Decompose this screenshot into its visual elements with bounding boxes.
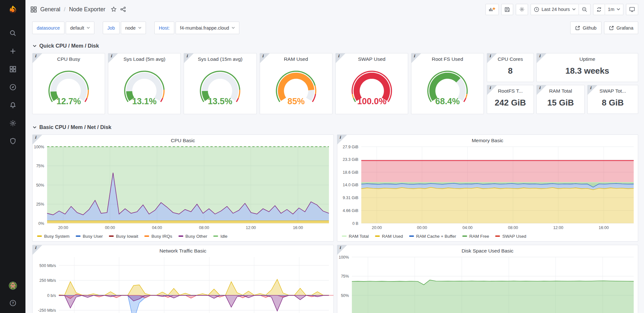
series-area xyxy=(59,295,329,311)
legend-item-swap-used[interactable]: SWAP Used xyxy=(495,234,526,239)
github-link-button[interactable]: Github xyxy=(570,22,601,34)
panel-title[interactable]: Disk Space Used Basic xyxy=(337,248,638,254)
section-quick-cpu-mem-disk[interactable]: Quick CPU / Mem / Disk xyxy=(33,43,638,49)
panel-info-icon[interactable]: i xyxy=(186,54,188,58)
chart-plot: 100%75%50%25%0%20:0000:0004:0008:0012:00… xyxy=(33,143,333,231)
legend-item-busy-system[interactable]: Busy System xyxy=(37,234,70,239)
panel-title[interactable]: CPU Busy xyxy=(33,56,105,62)
legend-item-idle[interactable]: Idle xyxy=(213,234,227,239)
panel-title[interactable]: Sys Load (5m avg) xyxy=(108,56,180,62)
collapse-chevron-icon xyxy=(33,126,36,129)
refresh-group: 1m xyxy=(593,4,623,15)
filter-job-label[interactable]: Job xyxy=(103,22,119,34)
legend-swatch xyxy=(109,235,114,237)
legend-item-ram-cache-buffer[interactable]: RAM Cache + Buffer xyxy=(409,234,456,239)
panel-info-icon[interactable]: i xyxy=(414,54,415,58)
legend-item-ram-free[interactable]: RAM Free xyxy=(462,234,489,239)
legend-item-busy-irqs[interactable]: Busy IRQs xyxy=(144,234,172,239)
refresh-button[interactable] xyxy=(593,4,605,15)
chart-row-top: iCPU Basic100%75%50%25%0%20:0000:0004:00… xyxy=(32,134,638,242)
panel-info-icon[interactable]: i xyxy=(590,86,591,90)
x-axis-label: 04:00 xyxy=(462,226,472,230)
panel-title[interactable]: Sys Load (15m avg) xyxy=(184,56,256,62)
panel-root-fs-used: iRoot FS Used68.4% xyxy=(411,53,484,114)
panel-info-icon[interactable]: i xyxy=(340,135,341,140)
filter-host-label[interactable]: Host: xyxy=(154,22,174,34)
legend-item-ram-used[interactable]: RAM Used xyxy=(375,234,403,239)
panel-title[interactable]: Root FS Used xyxy=(411,56,484,62)
grafana-logo-icon[interactable] xyxy=(7,5,19,17)
panel-title[interactable]: Memory Basic xyxy=(337,138,638,143)
filter-bar: datasource default Job node Host: f4-mum… xyxy=(32,22,638,34)
y-axis-label: 14.0 GiB xyxy=(342,183,358,187)
panel-corner xyxy=(33,245,42,255)
y-axis-label: 0% xyxy=(38,221,44,226)
configuration-gear-icon[interactable] xyxy=(9,119,17,127)
gauge-value: 13.1% xyxy=(132,97,157,106)
panel-info-icon[interactable]: i xyxy=(340,245,341,250)
panel-title[interactable]: RAM Used xyxy=(260,56,332,62)
y-axis-label: 100% xyxy=(339,255,349,260)
server-admin-shield-icon[interactable] xyxy=(9,137,17,145)
y-axis-label: 4.66 GiB xyxy=(342,208,358,213)
refresh-interval-dropdown[interactable]: 1m xyxy=(605,4,623,15)
panel-info-icon[interactable]: i xyxy=(489,86,491,90)
filter-job-value[interactable]: node xyxy=(121,22,146,34)
alerting-bell-icon[interactable] xyxy=(9,101,17,109)
gauge: 13.5% xyxy=(184,62,256,114)
cycle-view-mode-button[interactable] xyxy=(626,4,638,15)
explore-compass-icon[interactable] xyxy=(9,83,17,91)
create-plus-icon[interactable] xyxy=(9,47,17,55)
add-panel-button[interactable] xyxy=(485,4,499,15)
legend-item-ram-total[interactable]: RAM Total xyxy=(342,234,369,239)
dashboard-settings-button[interactable] xyxy=(516,4,528,15)
chart-legend: Busy SystemBusy UserBusy IowaitBusy IRQs… xyxy=(33,231,333,241)
zoom-out-button[interactable] xyxy=(579,4,591,15)
panel-title[interactable]: Uptime xyxy=(537,56,638,62)
panel-info-icon[interactable]: i xyxy=(35,135,36,140)
panel-swap-tot: iSWAP Tot...8 GiB xyxy=(587,85,638,114)
panel-title[interactable]: Network Traffic Basic xyxy=(33,248,333,254)
panel-info-icon[interactable]: i xyxy=(539,54,541,58)
dashboard-grid-icon[interactable] xyxy=(31,6,37,13)
panel-info-icon[interactable]: i xyxy=(35,245,36,250)
dashboards-icon[interactable] xyxy=(9,65,17,73)
star-icon[interactable] xyxy=(111,6,117,12)
stat-grid: iCPU Cores8iUptime18.3 weeksiRootFS T...… xyxy=(487,53,638,114)
y-axis-label: 100% xyxy=(34,145,44,149)
panel-title[interactable]: SWAP Used xyxy=(336,56,408,62)
filter-datasource-value[interactable]: default xyxy=(66,22,95,34)
y-axis-label: 50% xyxy=(341,293,349,298)
help-icon[interactable]: ? xyxy=(9,299,17,307)
svg-text:?: ? xyxy=(12,301,14,305)
search-icon[interactable] xyxy=(9,29,17,37)
legend-item-busy-user[interactable]: Busy User xyxy=(76,234,103,239)
breadcrumb-page[interactable]: Node Exporter xyxy=(69,6,105,13)
user-avatar[interactable] xyxy=(9,281,17,290)
time-range-button[interactable]: Last 24 hours xyxy=(531,4,579,15)
y-axis-label: 0 b/s xyxy=(47,293,56,298)
legend-label: Busy IRQs xyxy=(151,234,172,239)
filter-datasource-label[interactable]: datasource xyxy=(32,22,64,34)
breadcrumb-section[interactable]: General xyxy=(40,6,60,13)
filter-host-value[interactable]: f4-mumbai.frappe.cloud xyxy=(176,22,239,34)
share-icon[interactable] xyxy=(120,6,126,12)
sidebar-nav xyxy=(9,29,17,145)
panel-info-icon[interactable]: i xyxy=(35,54,36,58)
panel-corner xyxy=(260,53,270,63)
stat-value: 8 GiB xyxy=(588,94,638,114)
panel-info-icon[interactable]: i xyxy=(262,54,264,58)
legend-item-busy-other[interactable]: Busy Other xyxy=(178,234,207,239)
save-dashboard-button[interactable] xyxy=(501,4,513,15)
panel-info-icon[interactable]: i xyxy=(489,54,491,58)
panel-title[interactable]: CPU Basic xyxy=(33,138,333,143)
legend-item-busy-iowait[interactable]: Busy Iowait xyxy=(109,234,138,239)
panel-info-icon[interactable]: i xyxy=(111,54,112,58)
series-area xyxy=(352,280,634,313)
section-basic-cpu-mem-net-disk[interactable]: Basic CPU / Mem / Net / Disk xyxy=(33,124,638,130)
stat-value: 18.3 weeks xyxy=(537,62,638,82)
grafana-link-button[interactable]: Grafana xyxy=(604,22,638,34)
panel-info-icon[interactable]: i xyxy=(338,54,340,58)
legend-label: RAM Free xyxy=(469,234,489,239)
panel-info-icon[interactable]: i xyxy=(539,86,541,90)
